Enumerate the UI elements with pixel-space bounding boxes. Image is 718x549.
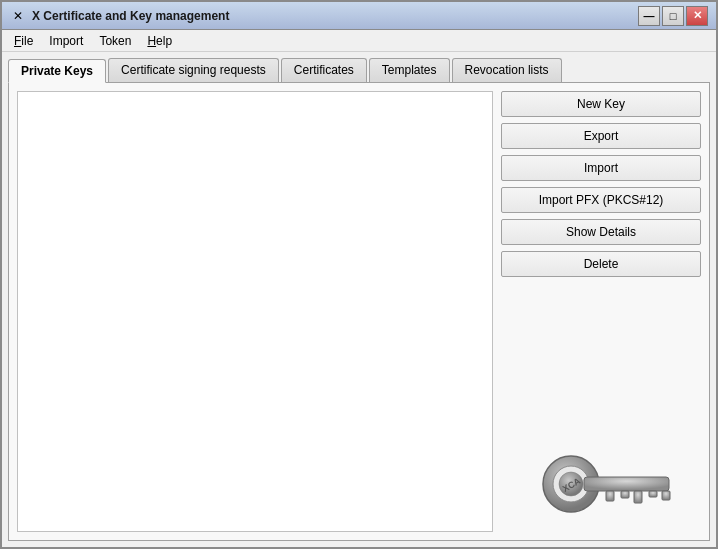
menu-import[interactable]: Import (41, 32, 91, 50)
import-pfx-button[interactable]: Import PFX (PKCS#12) (501, 187, 701, 213)
svg-rect-7 (649, 491, 657, 497)
show-details-button[interactable]: Show Details (501, 219, 701, 245)
title-bar-buttons: — □ ✕ (638, 6, 708, 26)
menu-help[interactable]: Help (139, 32, 180, 50)
menu-token[interactable]: Token (91, 32, 139, 50)
minimize-button[interactable]: — (638, 6, 660, 26)
export-button[interactable]: Export (501, 123, 701, 149)
tab-bar: Private Keys Certificate signing request… (8, 58, 710, 82)
key-image: XCA (501, 422, 701, 532)
new-key-button[interactable]: New Key (501, 91, 701, 117)
close-button[interactable]: ✕ (686, 6, 708, 26)
tab-revocation-lists[interactable]: Revocation lists (452, 58, 562, 82)
tab-templates[interactable]: Templates (369, 58, 450, 82)
action-panel: New Key Export Import Import PFX (PKCS#1… (501, 91, 701, 532)
content-area: Private Keys Certificate signing request… (2, 52, 716, 547)
tab-content: New Key Export Import Import PFX (PKCS#1… (8, 82, 710, 541)
svg-rect-8 (662, 491, 670, 500)
svg-rect-5 (621, 491, 629, 498)
import-button[interactable]: Import (501, 155, 701, 181)
tab-certificates[interactable]: Certificates (281, 58, 367, 82)
svg-rect-6 (634, 491, 642, 503)
key-svg: XCA (516, 442, 686, 532)
maximize-button[interactable]: □ (662, 6, 684, 26)
private-keys-list[interactable] (17, 91, 493, 532)
menu-bar: File Import Token Help (2, 30, 716, 52)
svg-rect-4 (606, 491, 614, 501)
menu-file[interactable]: File (6, 32, 41, 50)
tab-private-keys[interactable]: Private Keys (8, 59, 106, 83)
window-title: X Certificate and Key management (32, 9, 229, 23)
tab-csr[interactable]: Certificate signing requests (108, 58, 279, 82)
main-window: ✕ X Certificate and Key management — □ ✕… (0, 0, 718, 549)
tabs-container: Private Keys Certificate signing request… (8, 58, 710, 541)
svg-rect-3 (584, 477, 669, 491)
title-bar: ✕ X Certificate and Key management — □ ✕ (2, 2, 716, 30)
delete-button[interactable]: Delete (501, 251, 701, 277)
title-bar-left: ✕ X Certificate and Key management (10, 8, 229, 24)
app-icon: ✕ (10, 8, 26, 24)
